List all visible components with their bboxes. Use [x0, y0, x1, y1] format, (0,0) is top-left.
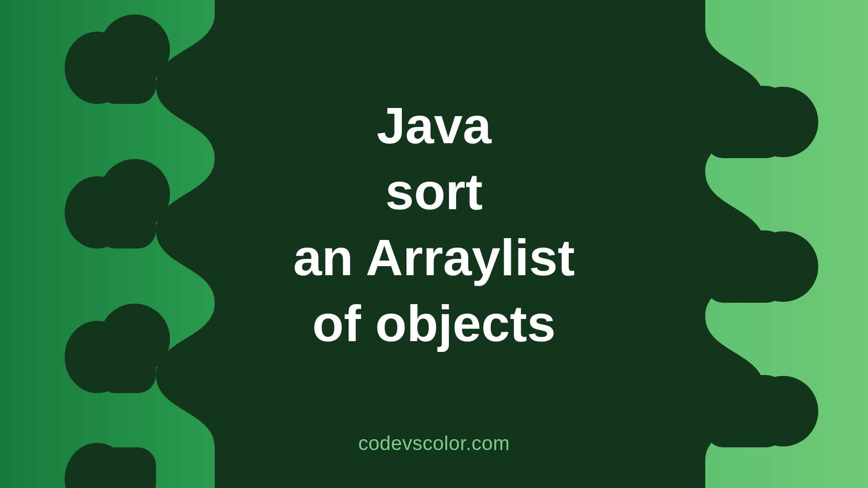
title-line-4: of objects: [293, 291, 575, 357]
title-line-3: an Arraylist: [293, 225, 575, 291]
watermark-text: codevscolor.com: [358, 432, 509, 455]
svg-rect-14: [705, 86, 784, 158]
title-line-1: Java: [293, 93, 575, 159]
banner: Java sort an Arraylist of objects codevs…: [0, 0, 868, 488]
svg-rect-16: [705, 375, 784, 447]
svg-rect-13: [97, 447, 156, 488]
svg-rect-15: [705, 230, 784, 303]
title-line-2: sort: [293, 159, 575, 225]
svg-rect-11: [97, 176, 156, 249]
banner-title: Java sort an Arraylist of objects: [293, 93, 575, 357]
svg-rect-10: [97, 32, 156, 104]
svg-rect-12: [97, 321, 156, 393]
